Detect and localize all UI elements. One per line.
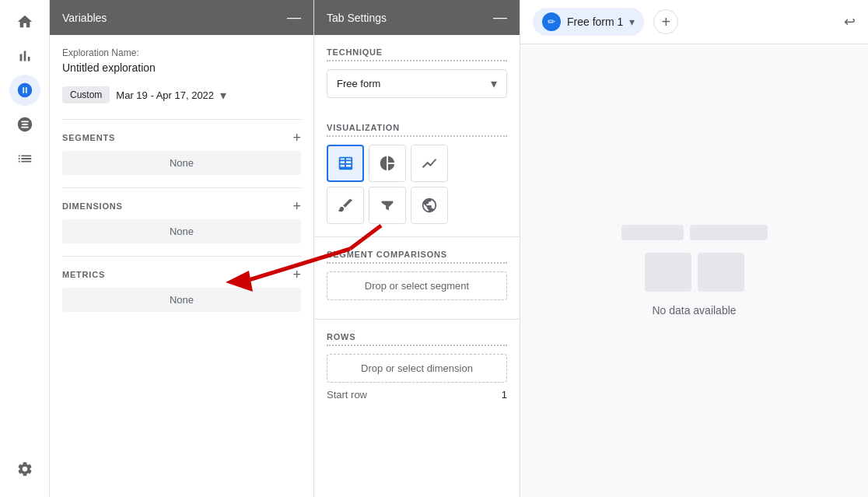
viz-line-btn[interactable]: [411, 145, 448, 182]
variables-panel: Variables — Exploration Name: Untitled e…: [50, 0, 314, 497]
tab-settings-header: Tab Settings —: [314, 0, 520, 35]
left-navigation: [0, 0, 50, 497]
no-data-text: No data available: [652, 304, 736, 317]
add-tab-btn[interactable]: +: [653, 9, 678, 34]
dimensions-none: None: [62, 219, 301, 243]
segments-label: SEGMENTS: [62, 133, 115, 142]
metrics-section-header: METRICS +: [62, 256, 301, 282]
undo-btn[interactable]: ↩: [844, 13, 856, 30]
date-badge: Custom: [62, 86, 110, 103]
segments-section-header: SEGMENTS +: [62, 119, 301, 145]
viz-table-btn[interactable]: [327, 145, 364, 182]
dimensions-label: DIMENSIONS: [62, 201, 123, 211]
exploration-name-value: Untitled exploration: [62, 61, 301, 74]
visualization-label: VISUALIZATION: [327, 123, 507, 137]
dimensions-add-btn[interactable]: +: [292, 199, 301, 213]
main-header: ✏ Free form 1 ▾ + ↩: [520, 0, 868, 44]
main-body: No data available: [520, 44, 868, 497]
viz-donut-btn[interactable]: [369, 145, 406, 182]
segment-comparisons-label: SEGMENT COMPARISONS: [327, 250, 507, 264]
segment-drop-zone[interactable]: Drop or select segment: [327, 271, 507, 300]
metrics-label: METRICS: [62, 270, 105, 279]
viz-funnel-btn[interactable]: [369, 187, 406, 224]
variables-title: Variables: [62, 12, 107, 24]
metrics-none: None: [62, 288, 301, 312]
explore-icon[interactable]: [9, 75, 40, 106]
placeholder-visual-2: [645, 253, 744, 292]
date-range-container: Custom Mar 19 - Apr 17, 2022 ▾: [62, 86, 301, 103]
funnel-icon[interactable]: [9, 109, 40, 140]
placeholder-bar-2: [690, 225, 768, 240]
tab-settings-collapse-btn[interactable]: —: [493, 9, 507, 26]
charts-icon[interactable]: [9, 40, 40, 72]
tab-edit-icon: ✏: [542, 12, 561, 31]
placeholder-bar-4: [698, 253, 744, 292]
dimensions-section-header: DIMENSIONS +: [62, 187, 301, 213]
placeholder-bar-1: [621, 225, 684, 240]
home-icon[interactable]: [9, 6, 40, 37]
placeholder-visual: [621, 225, 768, 240]
technique-value: Free form: [337, 78, 380, 89]
rows-section: ROWS Drop or select dimension Start row …: [314, 319, 520, 413]
rows-drop-zone[interactable]: Drop or select dimension: [327, 354, 507, 383]
technique-section: TECHNIQUE Free form ▾: [314, 35, 520, 123]
variables-header: Variables —: [50, 0, 313, 35]
tab-settings-title: Tab Settings: [327, 12, 387, 24]
technique-label: TECHNIQUE: [327, 47, 507, 61]
tab-chip-name: Free form 1: [567, 16, 623, 28]
settings-icon[interactable]: [9, 453, 40, 485]
tab-chip-chevron-icon: ▾: [629, 16, 635, 28]
main-content: ✏ Free form 1 ▾ + ↩ No data available: [520, 0, 868, 497]
variables-collapse-btn[interactable]: —: [287, 9, 301, 26]
viz-geo-btn[interactable]: [411, 187, 448, 224]
technique-select[interactable]: Free form ▾: [327, 69, 507, 98]
segments-add-btn[interactable]: +: [292, 131, 301, 145]
free-form-tab[interactable]: ✏ Free form 1 ▾: [533, 8, 644, 36]
technique-caret-icon: ▾: [491, 76, 497, 91]
date-range-text: Mar 19 - Apr 17, 2022: [116, 89, 214, 101]
date-range-chevron[interactable]: ▾: [220, 88, 226, 103]
visualization-section: VISUALIZATION: [314, 123, 520, 236]
rows-label: ROWS: [327, 332, 507, 346]
metrics-add-btn[interactable]: +: [292, 268, 301, 282]
viz-scatter-btn[interactable]: [327, 187, 364, 224]
exploration-name-label: Exploration Name:: [62, 47, 301, 58]
list-icon[interactable]: [9, 143, 40, 174]
start-row-value: 1: [502, 389, 507, 401]
tab-settings-panel: Tab Settings — TECHNIQUE Free form ▾ VIS…: [314, 0, 520, 497]
start-row-container: Start row 1: [327, 389, 507, 401]
segment-comparisons-section: SEGMENT COMPARISONS Drop or select segme…: [314, 236, 520, 319]
visualization-grid: [327, 145, 507, 224]
start-row-label: Start row: [327, 389, 367, 401]
segments-none: None: [62, 151, 301, 175]
placeholder-bar-3: [645, 253, 691, 292]
